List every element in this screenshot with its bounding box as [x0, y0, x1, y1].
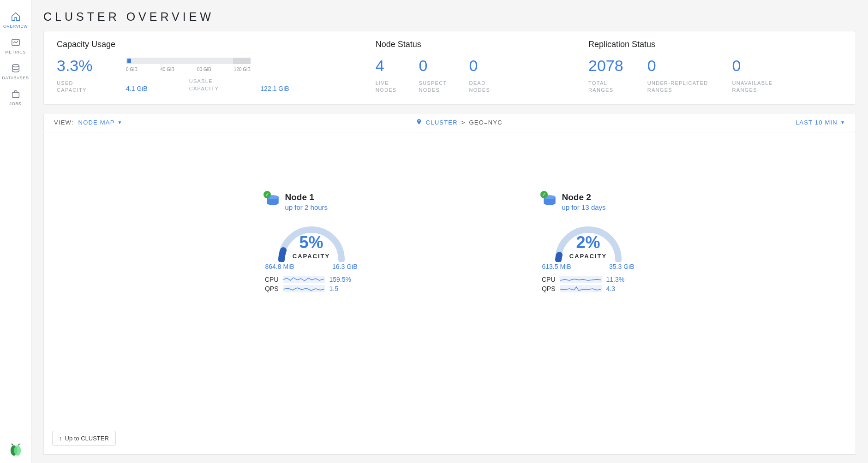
gauge-percent: 2% — [549, 234, 628, 251]
svg-point-4 — [14, 445, 21, 456]
svg-rect-12 — [560, 285, 602, 292]
map-toolbar: VIEW: NODE MAP ▼ CLUSTER > GEO=NYC LAST … — [43, 113, 856, 132]
location-pin-icon — [416, 119, 422, 126]
sidebar-label: OVERVIEW — [3, 24, 28, 29]
sidebar-label: DATABASES — [2, 76, 29, 80]
svg-rect-7 — [283, 276, 325, 283]
capacity-ticks: 0 GiB 40 GiB 80 GiB 120 GiB — [126, 67, 251, 72]
timerange-text: LAST 10 MIN — [796, 119, 838, 126]
gauge-label: CAPACITY — [272, 253, 351, 260]
qps-row: QPS 4.3 — [540, 285, 637, 292]
node-map-area: ✓ Node 1 up for 2 hours — [43, 132, 856, 455]
sidebar-item-metrics[interactable]: METRICS — [0, 32, 31, 58]
chevron-down-icon: ▼ — [840, 120, 845, 125]
metric-value: 2078 — [588, 58, 623, 73]
view-selector[interactable]: NODE MAP ▼ — [78, 119, 123, 126]
cpu-value: 11.3% — [606, 276, 625, 283]
node-uptime: up for 2 hours — [285, 203, 328, 211]
qps-row: QPS 1.5 — [263, 285, 360, 292]
node-card-1[interactable]: ✓ Node 1 up for 2 hours — [258, 192, 365, 292]
view-label: VIEW: — [54, 119, 74, 126]
up-to-cluster-button[interactable]: ↑ Up to CLUSTER — [52, 431, 116, 446]
metric-label: TOTAL RANGES — [588, 80, 623, 94]
tick: 40 GiB — [160, 67, 174, 72]
node-total: 16.3 GiB — [332, 263, 357, 270]
node-status-heading: Node Status — [376, 40, 566, 49]
sidebar-item-overview[interactable]: OVERVIEW — [0, 6, 31, 32]
usable-capacity-value: 122.1 GiB — [260, 85, 289, 92]
live-nodes: 4 LIVE NODES — [376, 58, 397, 94]
cpu-value: 159.5% — [329, 276, 351, 283]
jobs-icon — [10, 89, 21, 100]
cockroach-logo-icon — [9, 443, 23, 457]
node-icon: ✓ — [542, 192, 557, 208]
database-icon — [10, 63, 21, 74]
node-status-section: Node Status 4 LIVE NODES 0 SUSPECT NODES… — [376, 40, 566, 94]
under-replicated-ranges: 0 UNDER-REPLICATED RANGES — [647, 58, 708, 94]
node-icon: ✓ — [265, 192, 281, 208]
capacity-gauge: 2% CAPACITY — [549, 216, 628, 262]
cpu-label: CPU — [263, 276, 279, 283]
unavailable-ranges: 0 UNAVAILABLE RANGES — [732, 58, 773, 94]
cpu-row: CPU 159.5% — [263, 276, 360, 283]
metrics-icon — [10, 37, 21, 48]
view-value-text: NODE MAP — [78, 119, 115, 126]
main-content: CLUSTER OVERVIEW Capacity Usage 3.3% USE… — [31, 0, 868, 463]
arrow-up-icon: ↑ — [59, 435, 62, 442]
status-ok-icon: ✓ — [263, 191, 271, 198]
tick: 0 GiB — [126, 67, 138, 72]
used-capacity-value: 4.1 GiB — [126, 85, 148, 92]
breadcrumb: CLUSTER > GEO=NYC — [123, 119, 796, 126]
metric-label: SUSPECT NODES — [419, 80, 447, 94]
node-uptime: up for 13 days — [562, 203, 606, 211]
capacity-gauge: 5% CAPACITY — [272, 216, 351, 262]
chevron-down-icon: ▼ — [118, 120, 123, 125]
gauge-label: CAPACITY — [549, 253, 628, 260]
tick: 80 GiB — [197, 67, 211, 72]
breadcrumb-current: GEO=NYC — [469, 119, 503, 126]
node-used: 864.8 MiB — [265, 263, 294, 270]
summary-card: Capacity Usage 3.3% USED CAPACITY — [43, 31, 856, 105]
metric-label: UNAVAILABLE RANGES — [732, 80, 773, 94]
qps-label: QPS — [540, 285, 556, 292]
replication-heading: Replication Status — [588, 40, 843, 49]
used-capacity-label: USED CAPACITY — [57, 80, 112, 94]
metric-value: 0 — [419, 58, 447, 73]
replication-section: Replication Status 2078 TOTAL RANGES 0 U… — [588, 40, 843, 94]
node-title: Node 2 — [562, 192, 606, 202]
cpu-label: CPU — [540, 276, 556, 283]
dead-nodes: 0 DEAD NODES — [469, 58, 490, 94]
timerange-selector[interactable]: LAST 10 MIN ▼ — [796, 119, 845, 126]
qps-label: QPS — [263, 285, 279, 292]
up-button-label: Up to CLUSTER — [65, 435, 109, 442]
metric-value: 0 — [469, 58, 490, 73]
cpu-sparkline-icon — [560, 276, 602, 283]
sidebar-label: JOBS — [10, 101, 22, 106]
capacity-heading: Capacity Usage — [57, 40, 353, 49]
usable-capacity-label: USABLE CAPACITY — [189, 78, 219, 92]
metric-label: UNDER-REPLICATED RANGES — [647, 80, 708, 94]
sidebar-item-databases[interactable]: DATABASES — [0, 58, 31, 84]
breadcrumb-cluster-link[interactable]: CLUSTER — [426, 119, 458, 126]
capacity-section: Capacity Usage 3.3% USED CAPACITY — [57, 40, 353, 94]
capacity-bar-used — [127, 59, 131, 63]
cpu-row: CPU 11.3% — [540, 276, 637, 283]
breadcrumb-sep: > — [461, 119, 466, 126]
sidebar-item-jobs[interactable]: JOBS — [0, 84, 31, 110]
sidebar: OVERVIEW METRICS DATABASES JOBS — [0, 0, 31, 463]
node-card-2[interactable]: ✓ Node 2 up for 13 days — [535, 192, 641, 292]
home-icon — [10, 11, 21, 22]
sidebar-label: METRICS — [5, 50, 26, 54]
qps-sparkline-icon — [283, 285, 325, 292]
metric-label: DEAD NODES — [469, 80, 490, 94]
node-used: 613.5 MiB — [542, 263, 571, 270]
metric-value: 0 — [647, 58, 708, 73]
total-ranges: 2078 TOTAL RANGES — [588, 58, 623, 94]
page-title: CLUSTER OVERVIEW — [43, 10, 856, 24]
svg-rect-2 — [12, 92, 19, 97]
cpu-sparkline-icon — [283, 276, 325, 283]
node-total: 35.3 GiB — [609, 263, 634, 270]
metric-label: LIVE NODES — [376, 80, 397, 94]
capacity-bar-unusable — [233, 58, 251, 64]
gauge-percent: 5% — [272, 234, 351, 251]
